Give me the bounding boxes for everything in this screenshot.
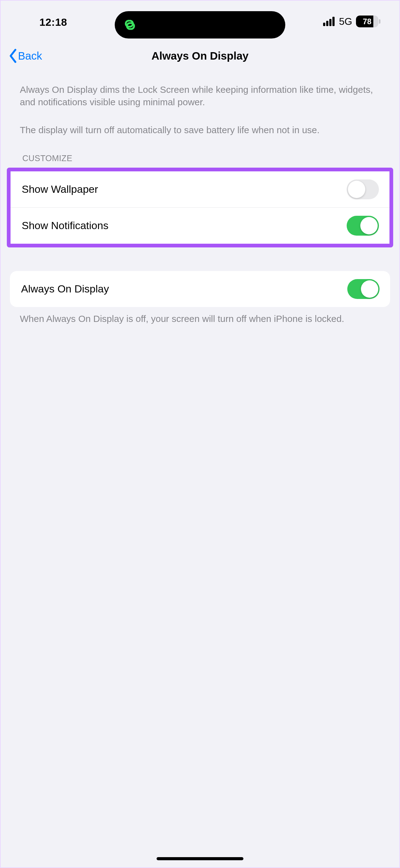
show-wallpaper-row[interactable]: Show Wallpaper [10, 172, 390, 207]
battery-icon: 78 [356, 16, 381, 27]
back-label: Back [18, 50, 42, 62]
back-button[interactable]: Back [8, 49, 42, 63]
status-bar: 12:18 5G 78 [1, 1, 399, 35]
link-icon [123, 18, 137, 32]
page-title: Always On Display [151, 50, 248, 62]
home-indicator[interactable] [157, 857, 243, 860]
cellular-signal-icon [323, 17, 335, 26]
description-line-2: The display will turn off automatically … [20, 124, 380, 136]
customize-section-header: CUSTOMIZE [1, 136, 399, 168]
battery-percentage: 78 [356, 17, 378, 26]
description-line-1: Always On Display dims the Lock Screen w… [20, 84, 380, 108]
always-on-group: Always On Display [10, 271, 390, 307]
customize-group: Show Wallpaper Show Notifications [10, 172, 390, 244]
description-block: Always On Display dims the Lock Screen w… [1, 77, 399, 136]
show-wallpaper-toggle[interactable] [347, 180, 379, 199]
dynamic-island[interactable] [115, 11, 285, 38]
navigation-bar: Back Always On Display [1, 35, 399, 77]
highlight-annotation: Show Wallpaper Show Notifications [7, 168, 393, 247]
show-notifications-label: Show Notifications [22, 219, 108, 231]
network-label: 5G [339, 16, 352, 27]
show-notifications-toggle[interactable] [347, 216, 379, 236]
status-time: 12:18 [39, 16, 67, 28]
footer-description: When Always On Display is off, your scre… [1, 307, 399, 325]
always-on-display-row[interactable]: Always On Display [10, 271, 390, 307]
show-wallpaper-label: Show Wallpaper [22, 183, 98, 195]
always-on-display-toggle[interactable] [347, 279, 379, 299]
status-right: 5G 78 [323, 16, 381, 27]
chevron-left-icon [8, 49, 19, 63]
always-on-display-label: Always On Display [21, 283, 109, 295]
show-notifications-row[interactable]: Show Notifications [10, 207, 390, 244]
